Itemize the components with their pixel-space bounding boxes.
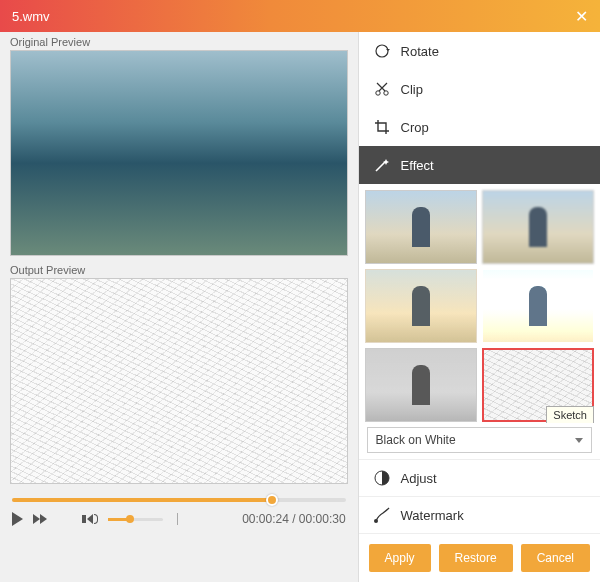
close-icon[interactable]: ✕ [575, 7, 588, 26]
effect-thumb[interactable] [365, 190, 477, 264]
effect-thumbnails: Sketch [359, 184, 600, 423]
tool-label: Rotate [401, 44, 439, 59]
playback-time: 00:00:24 / 00:00:30 [188, 512, 346, 526]
svg-point-2 [383, 91, 387, 95]
svg-point-4 [374, 519, 378, 523]
step-forward-button[interactable] [33, 514, 47, 524]
volume-slider[interactable] [108, 518, 163, 521]
effect-variant-dropdown[interactable]: Black on White [367, 427, 592, 453]
dialog-buttons: Apply Restore Cancel [359, 533, 600, 582]
rotate-icon [373, 42, 391, 60]
original-preview-label: Original Preview [0, 32, 358, 50]
dropdown-value: Black on White [376, 433, 575, 447]
scissors-icon [373, 80, 391, 98]
chevron-down-icon [575, 438, 583, 443]
effect-thumb[interactable] [482, 190, 594, 264]
titlebar: 5.wmv ✕ [0, 0, 600, 32]
tool-label: Adjust [401, 471, 437, 486]
effect-thumb-selected[interactable]: Sketch [482, 348, 594, 422]
tool-label: Effect [401, 158, 434, 173]
tool-label: Clip [401, 82, 423, 97]
cancel-button[interactable]: Cancel [521, 544, 590, 572]
svg-point-0 [376, 45, 388, 57]
preview-pane: Original Preview Output Preview 00:00:24… [0, 32, 359, 582]
volume-max-marker [177, 513, 178, 525]
crop-icon [373, 118, 391, 136]
apply-button[interactable]: Apply [369, 544, 431, 572]
tool-effect[interactable]: Effect [359, 146, 600, 184]
effect-thumb[interactable] [482, 269, 594, 343]
effect-tooltip: Sketch [546, 406, 594, 423]
output-preview-label: Output Preview [0, 260, 358, 278]
effect-thumb[interactable] [365, 348, 477, 422]
tool-crop[interactable]: Crop [359, 108, 600, 146]
tool-adjust[interactable]: Adjust [359, 459, 600, 496]
volume-icon[interactable] [82, 514, 98, 524]
play-button[interactable] [12, 512, 23, 526]
adjust-icon [373, 469, 391, 487]
tool-clip[interactable]: Clip [359, 70, 600, 108]
tool-rotate[interactable]: Rotate [359, 32, 600, 70]
tools-pane: Rotate Clip Crop Effect [359, 32, 600, 582]
tool-label: Watermark [401, 508, 464, 523]
timeline[interactable] [0, 488, 358, 502]
tool-label: Crop [401, 120, 429, 135]
effect-thumb[interactable] [365, 269, 477, 343]
brush-icon [373, 506, 391, 524]
magic-wand-icon [373, 156, 391, 174]
tool-watermark[interactable]: Watermark [359, 496, 600, 533]
output-preview [10, 278, 348, 484]
window-title: 5.wmv [12, 9, 575, 24]
restore-button[interactable]: Restore [439, 544, 513, 572]
svg-point-1 [375, 91, 379, 95]
original-preview [10, 50, 348, 256]
